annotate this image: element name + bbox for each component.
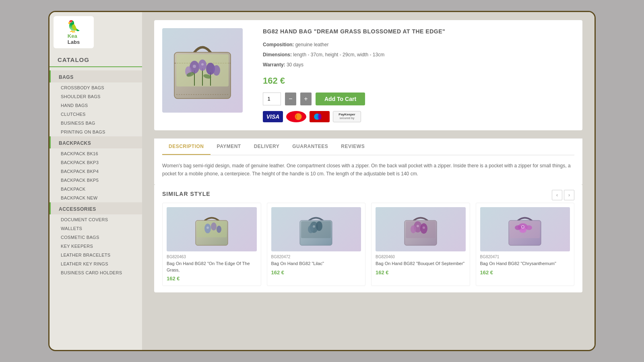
svg-point-10: [213, 65, 220, 76]
product-section: BG82 HAND BAG "DREAM GRASS BLOSSOMED AT …: [154, 20, 582, 130]
logo-bird-icon: 🦜: [67, 20, 81, 33]
logo: 🦜 KeaLabs: [54, 16, 94, 48]
similar-item-4[interactable]: BG820471 Bag On Hand BG82 "Chrysanthemum…: [476, 203, 575, 286]
qty-increase-button[interactable]: +: [300, 93, 312, 105]
similar-item-1[interactable]: BG820463 Bag On Hand BG82 "On The Edge O…: [162, 203, 261, 286]
similar-img-2: [271, 207, 361, 251]
svg-point-26: [206, 226, 209, 229]
tab-content-description: Women's bag semi-rigid design, made of g…: [154, 155, 582, 185]
svg-point-25: [217, 226, 221, 233]
similar-img-4: [480, 207, 570, 251]
product-composition: Composition: genuine leather: [263, 41, 574, 49]
sidebar-item-clutches[interactable]: CLUTCHES: [50, 110, 142, 119]
sidebar-item-business-bag[interactable]: BUSINESS BAG: [50, 119, 142, 128]
add-to-cart-row: − + Add To Cart: [263, 93, 574, 105]
svg-point-38: [417, 225, 419, 227]
product-warranty: Warranty: 30 days: [263, 61, 574, 69]
similar-section: SIMILAR STYLE ‹ ›: [154, 184, 582, 292]
similar-item-3[interactable]: BG820460 Bag On Hand BG82 "Bouquet Of Se…: [371, 203, 470, 286]
tabs-row: DESCRIPTION PAYMENT DELIVERY GUARANTEES …: [162, 139, 574, 155]
main-content: BG82 HAND BAG "DREAM GRASS BLOSSOMED AT …: [142, 12, 594, 350]
sidebar-item-shoulder-bags[interactable]: SHOULDER BAGS: [50, 92, 142, 101]
svg-point-20: [318, 113, 321, 119]
sidebar-item-hand-bags[interactable]: HAND BAGS: [50, 101, 142, 110]
paykeeper-icon: PayKeepersecured by: [333, 111, 361, 122]
similar-code-1: BG820463: [167, 255, 257, 259]
product-title: BG82 HAND BAG "DREAM GRASS BLOSSOMED AT …: [263, 28, 574, 35]
svg-rect-22: [197, 221, 227, 237]
sidebar-item-crossbody-bags[interactable]: CROSSBODY BAGS: [50, 83, 142, 92]
similar-name-4: Bag On Hand BG82 "Chrysanthemum": [480, 261, 570, 267]
mastercard-icon: [286, 111, 306, 122]
tab-description[interactable]: DESCRIPTION: [162, 139, 211, 155]
payment-icons: VISA: [263, 111, 574, 122]
sidebar-item-leather-bracelets[interactable]: LEATHER BRACELETS: [50, 251, 142, 259]
tab-payment[interactable]: PAYMENT: [211, 139, 248, 155]
category-accessories: ACCESSORIES: [50, 202, 142, 214]
product-price: 162 €: [263, 76, 574, 86]
svg-point-45: [526, 225, 532, 230]
sidebar-item-backpack-bkp5[interactable]: BACKPACK BKP5: [50, 176, 142, 185]
similar-price-1: 162 €: [167, 276, 257, 282]
sidebar-item-cosmetic-bags[interactable]: COSMETIC BAGS: [50, 233, 142, 242]
svg-point-31: [308, 225, 314, 233]
product-image: [162, 28, 243, 113]
composition-value: genuine leather: [295, 42, 329, 47]
category-backpacks: BACKPACKS: [50, 136, 142, 148]
similar-item-2[interactable]: BG820472 Bag On Hand BG82 "Lilac" 162 €: [267, 203, 366, 286]
sidebar-item-backpack[interactable]: BACKPACK: [50, 185, 142, 193]
sidebar: CATALOG BAGS CROSSBODY BAGS SHOULDER BAG…: [50, 12, 142, 350]
similar-code-4: BG820471: [480, 255, 570, 259]
similar-code-2: BG820472: [271, 255, 361, 259]
tab-guarantees[interactable]: GUARANTEES: [286, 139, 334, 155]
category-bags: BAGS: [50, 70, 142, 82]
similar-img-1: [167, 207, 257, 251]
composition-label: Composition:: [263, 42, 294, 47]
logo-text: KeaLabs: [68, 33, 80, 45]
similar-img-3: [376, 207, 466, 251]
quantity-input[interactable]: [263, 93, 281, 105]
sidebar-item-leather-key-rings[interactable]: LEATHER KEY RINGS: [50, 259, 142, 268]
sidebar-item-wallets[interactable]: WALLETS: [50, 224, 142, 233]
similar-nav: ‹ ›: [552, 190, 574, 200]
svg-point-39: [423, 226, 425, 229]
sidebar-item-printing-on-bags[interactable]: PRINTING ON BAGS: [50, 128, 142, 136]
product-bag-illustration: [162, 28, 243, 113]
svg-point-30: [316, 221, 322, 231]
warranty-value: 30 days: [287, 62, 303, 68]
sidebar-item-backpack-bkp3[interactable]: BACKPACK BKP3: [50, 158, 142, 167]
sidebar-item-backpack-new[interactable]: BACKPACK NEW: [50, 193, 142, 202]
sidebar-item-business-card-holders[interactable]: BUSINESS CARD HOLDERS: [50, 268, 142, 277]
warranty-label: Warranty:: [263, 62, 285, 68]
maestro-icon: [310, 111, 330, 122]
svg-point-47: [522, 226, 524, 228]
similar-code-3: BG820460: [376, 255, 466, 259]
sidebar-item-key-keepers[interactable]: KEY KEEPERS: [50, 242, 142, 251]
sidebar-item-document-covers[interactable]: DOCUMENT COVERS: [50, 215, 142, 224]
similar-next-button[interactable]: ›: [564, 190, 574, 200]
description-text: Women's bag semi-rigid design, made of g…: [162, 163, 571, 177]
tab-delivery[interactable]: DELIVERY: [248, 139, 286, 155]
similar-price-2: 162 €: [271, 269, 361, 276]
similar-price-3: 162 €: [376, 269, 466, 276]
dimensions-label: Dimensions:: [263, 52, 292, 58]
visa-icon: VISA: [263, 111, 283, 122]
svg-point-37: [411, 225, 416, 233]
product-dimensions: Dimensions: length - 37cm, height - 29cm…: [263, 51, 574, 59]
similar-name-1: Bag On Hand BG82 "On The Edge Of The Gra…: [167, 261, 257, 273]
svg-point-24: [211, 222, 217, 230]
tabs-section: DESCRIPTION PAYMENT DELIVERY GUARANTEES …: [154, 138, 582, 155]
similar-prev-button[interactable]: ‹: [552, 190, 562, 200]
product-details: BG82 HAND BAG "DREAM GRASS BLOSSOMED AT …: [263, 28, 574, 122]
tab-reviews[interactable]: REVIEWS: [334, 139, 371, 155]
sidebar-item-backpack-bkp4[interactable]: BACKPACK BKP4: [50, 167, 142, 176]
svg-point-44: [515, 225, 521, 230]
sidebar-item-backpack-bk16[interactable]: BACKPACK BK16: [50, 149, 142, 158]
dimensions-value: length - 37cm, height - 29cm, width - 13…: [293, 52, 384, 58]
qty-decrease-button[interactable]: −: [285, 93, 296, 105]
similar-name-2: Bag On Hand BG82 "Lilac": [271, 261, 361, 267]
svg-point-11: [193, 65, 196, 68]
svg-point-32: [313, 225, 315, 228]
add-to-cart-button[interactable]: Add To Cart: [316, 93, 365, 105]
product-image-area: [162, 28, 251, 122]
